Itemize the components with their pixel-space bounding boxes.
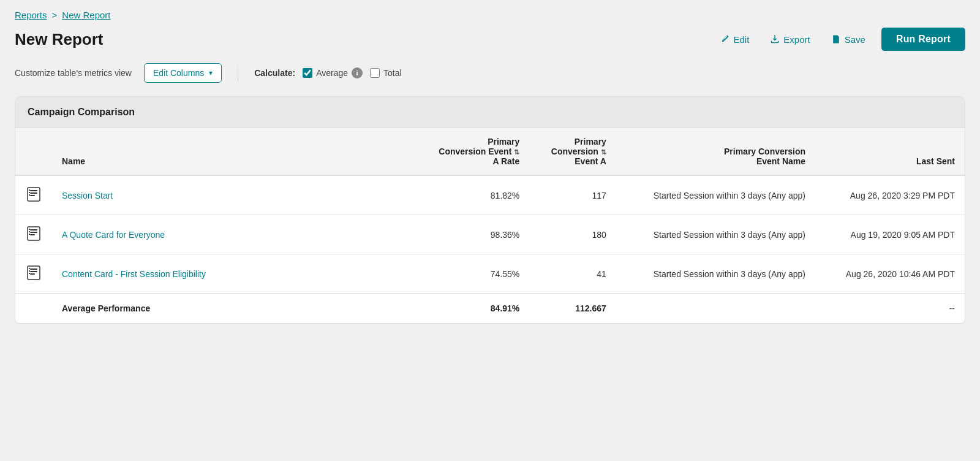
row-conversion-rate-cell: 74.55% bbox=[413, 254, 529, 294]
campaign-icon bbox=[25, 186, 42, 203]
row-name-cell[interactable]: A Quote Card for Everyone bbox=[52, 215, 413, 254]
run-report-button[interactable]: Run Report bbox=[881, 28, 965, 51]
export-button[interactable]: Export bbox=[765, 31, 815, 48]
svg-rect-11 bbox=[29, 229, 30, 230]
total-label: Total bbox=[383, 68, 402, 78]
calculate-label: Calculate: bbox=[254, 68, 295, 78]
row-last-sent-cell: Aug 19, 2020 9:05 AM PDT bbox=[815, 215, 965, 254]
sort-icon-event: ⇅ bbox=[601, 148, 606, 156]
save-icon bbox=[831, 34, 841, 44]
save-label: Save bbox=[845, 34, 865, 45]
icon-col-header bbox=[15, 128, 52, 175]
breadcrumb: Reports > New Report bbox=[15, 10, 965, 20]
customize-label: Customize table's metrics view bbox=[15, 68, 132, 78]
average-row: Average Performance 84.91% 112.667 -- bbox=[15, 294, 965, 324]
row-conversion-rate-cell: 98.36% bbox=[413, 215, 529, 254]
conversion-event-col-header: PrimaryConversion⇅Event A bbox=[529, 128, 616, 175]
breadcrumb-separator: > bbox=[52, 10, 58, 20]
event-name-header-text: Primary ConversionEvent Name bbox=[626, 147, 805, 166]
svg-rect-10 bbox=[30, 234, 35, 235]
avg-last-sent-cell: -- bbox=[815, 294, 965, 324]
svg-rect-4 bbox=[29, 189, 30, 191]
svg-rect-18 bbox=[29, 268, 30, 269]
conversion-rate-header-text: PrimaryConversion Event⇅A Rate bbox=[423, 137, 519, 166]
row-last-sent-cell: Aug 26, 2020 10:46 AM PDT bbox=[815, 254, 965, 294]
edit-icon bbox=[720, 34, 729, 44]
row-event-name-cell: Started Session within 3 days (Any app) bbox=[616, 215, 815, 254]
table-section-header: Campaign Comparison bbox=[15, 97, 965, 128]
svg-rect-8 bbox=[30, 229, 37, 230]
last-sent-header-text: Last Sent bbox=[916, 156, 955, 166]
page-wrapper: Reports > New Report New Report Edit Exp… bbox=[0, 0, 980, 461]
row-conversion-event-cell: 117 bbox=[529, 175, 616, 215]
row-event-name-cell: Started Session within 3 days (Any app) bbox=[616, 175, 815, 215]
info-icon: i bbox=[352, 67, 363, 78]
row-icon-cell bbox=[15, 254, 52, 294]
campaign-icon bbox=[25, 264, 42, 281]
row-icon-cell bbox=[15, 215, 52, 254]
row-name-cell[interactable]: Content Card - First Session Eligibility bbox=[52, 254, 413, 294]
svg-rect-20 bbox=[29, 273, 30, 274]
toolbar-divider bbox=[238, 64, 238, 82]
total-checkbox-group: Total bbox=[370, 68, 402, 78]
name-col-header: Name bbox=[52, 128, 413, 175]
table-header-row: Name PrimaryConversion Event⇅A Rate Prim… bbox=[15, 128, 965, 175]
svg-rect-3 bbox=[30, 195, 35, 196]
svg-rect-13 bbox=[29, 234, 30, 235]
table-row: A Quote Card for Everyone 98.36% 180 Sta… bbox=[15, 215, 965, 254]
toolbar-row: Customize table's metrics view Edit Colu… bbox=[15, 63, 965, 83]
page-title: New Report bbox=[15, 30, 103, 49]
edit-columns-label: Edit Columns bbox=[153, 68, 204, 78]
campaign-icon bbox=[25, 225, 42, 242]
avg-event-name-cell bbox=[616, 294, 815, 324]
svg-rect-1 bbox=[30, 190, 37, 191]
svg-rect-6 bbox=[29, 194, 30, 196]
header-actions: Edit Export Save Run Report bbox=[715, 28, 965, 51]
total-checkbox[interactable] bbox=[370, 68, 380, 78]
row-conversion-event-cell: 41 bbox=[529, 254, 616, 294]
svg-rect-12 bbox=[29, 231, 30, 232]
svg-rect-9 bbox=[30, 232, 37, 233]
export-label: Export bbox=[783, 34, 810, 45]
svg-rect-19 bbox=[29, 270, 30, 272]
svg-rect-16 bbox=[30, 271, 37, 272]
svg-rect-17 bbox=[30, 273, 35, 275]
row-conversion-event-cell: 180 bbox=[529, 215, 616, 254]
sort-icon-rate: ⇅ bbox=[514, 148, 519, 156]
conversion-rate-col-header: PrimaryConversion Event⇅A Rate bbox=[413, 128, 529, 175]
last-sent-col-header: Last Sent bbox=[815, 128, 965, 175]
svg-rect-2 bbox=[30, 192, 37, 194]
table-section: Campaign Comparison Name PrimaryConversi… bbox=[15, 96, 965, 324]
table-row: Content Card - First Session Eligibility… bbox=[15, 254, 965, 294]
row-event-name-cell: Started Session within 3 days (Any app) bbox=[616, 254, 815, 294]
svg-rect-15 bbox=[30, 269, 37, 270]
avg-conversion-event-cell: 112.667 bbox=[529, 294, 616, 324]
table-row: Session Start 81.82% 117 Started Session… bbox=[15, 175, 965, 215]
edit-label: Edit bbox=[733, 34, 749, 45]
breadcrumb-current[interactable]: New Report bbox=[62, 10, 110, 20]
campaign-table: Name PrimaryConversion Event⇅A Rate Prim… bbox=[15, 128, 965, 323]
row-conversion-rate-cell: 81.82% bbox=[413, 175, 529, 215]
avg-label-cell: Average Performance bbox=[52, 294, 413, 324]
edit-button[interactable]: Edit bbox=[715, 31, 754, 48]
event-name-col-header: Primary ConversionEvent Name bbox=[616, 128, 815, 175]
save-button[interactable]: Save bbox=[826, 31, 870, 48]
edit-columns-button[interactable]: Edit Columns ▾ bbox=[144, 63, 222, 83]
row-icon-cell bbox=[15, 175, 52, 215]
conversion-event-header-text: PrimaryConversion⇅Event A bbox=[539, 137, 606, 166]
chevron-down-icon: ▾ bbox=[209, 69, 213, 77]
avg-icon-cell bbox=[15, 294, 52, 324]
average-label: Average bbox=[316, 68, 348, 78]
table-body: Session Start 81.82% 117 Started Session… bbox=[15, 175, 965, 323]
header-row: New Report Edit Export Save Run Repo bbox=[15, 28, 965, 51]
row-last-sent-cell: Aug 26, 2020 3:29 PM PDT bbox=[815, 175, 965, 215]
breadcrumb-reports[interactable]: Reports bbox=[15, 10, 47, 20]
export-icon bbox=[770, 34, 780, 44]
avg-conversion-rate-cell: 84.91% bbox=[413, 294, 529, 324]
average-checkbox[interactable] bbox=[303, 68, 312, 78]
average-checkbox-group: Average i bbox=[303, 67, 363, 78]
svg-rect-5 bbox=[29, 192, 30, 193]
calculate-section: Calculate: Average i Total bbox=[254, 67, 401, 78]
row-name-cell[interactable]: Session Start bbox=[52, 175, 413, 215]
